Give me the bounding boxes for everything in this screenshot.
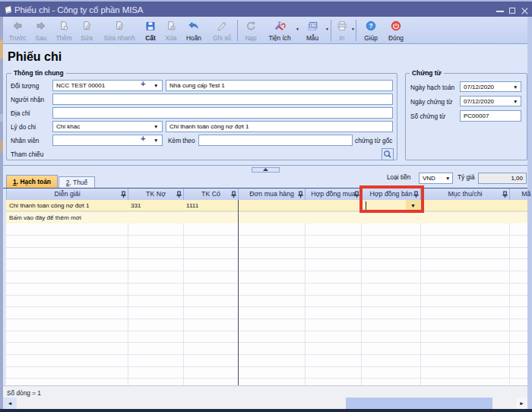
svg-text:?: ?: [369, 23, 372, 30]
